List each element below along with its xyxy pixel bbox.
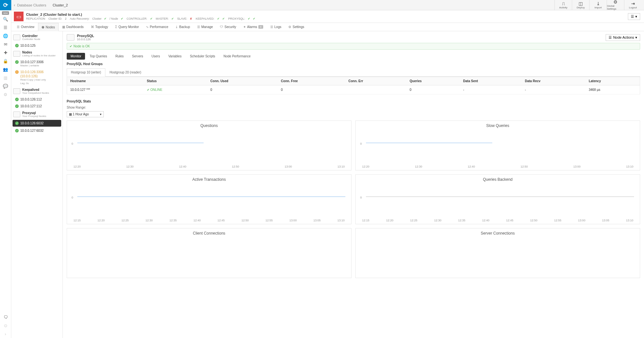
subtab-top-queries[interactable]: Top Queries — [86, 53, 111, 60]
meta-proxysql: PROXYSQL: ✔ ✔ — [228, 17, 255, 20]
tree-item-controller[interactable]: ✓10.0.0.125 — [11, 42, 62, 49]
alarms-badge: 0 — [258, 25, 263, 29]
plugin-icon[interactable]: ✚ — [0, 48, 11, 57]
settings-icon: ⚙ — [288, 25, 291, 29]
tree-item-ka1[interactable]: ✓10.0.0.126:112 — [11, 96, 62, 103]
messages-icon[interactable]: 🗨 — [0, 313, 11, 321]
security-icon: 🛡 — [220, 25, 223, 29]
search-icon[interactable]: 🔍 — [0, 15, 11, 23]
tree-item-px1-active[interactable]: ✓10.0.0.126:6032 — [13, 120, 61, 127]
tab-settings[interactable]: ⚙Settings — [285, 23, 308, 31]
tree-item-px2[interactable]: ✓10.0.0.127:6032 — [11, 127, 62, 134]
chevron-down-icon: ▾ — [100, 112, 101, 116]
tree-item-ka2[interactable]: ✓10.0.0.127:112 — [11, 103, 62, 110]
global-settings-button[interactable]: ⚙Global Settings — [607, 0, 624, 10]
cell-conn-err — [345, 85, 407, 94]
dashboards-icon: ▦ — [62, 25, 65, 29]
tree-item-master[interactable]: ✓10.0.0.127:3306Master | writable — [11, 59, 62, 69]
range-label: Show Range: — [67, 106, 640, 109]
overview-icon: ☰ — [17, 25, 20, 29]
cluster-menu-button[interactable]: ☰ ▾ — [628, 13, 640, 20]
status-dot-icon: ✓ — [15, 121, 19, 125]
envelope-icon[interactable]: ✉ — [0, 40, 11, 48]
server-icon — [13, 34, 20, 40]
globe-icon[interactable]: 🌐 — [0, 32, 11, 40]
pulse-icon: ⎍ — [562, 1, 565, 6]
node-actions-button[interactable]: ☰ Node Actions ▾ — [606, 34, 640, 41]
status-dot-icon: ! — [15, 70, 19, 74]
subtab-variables[interactable]: Variables — [164, 53, 185, 60]
breadcrumb-clusters[interactable]: Database Clusters — [17, 3, 46, 7]
tab-manage[interactable]: ☰Manage — [194, 23, 216, 31]
tab-performance[interactable]: ∿Performance — [142, 23, 172, 31]
toggle-icon[interactable]: ⊙ — [0, 321, 11, 330]
chat-icon[interactable]: 💬 — [0, 82, 11, 90]
chart-questions: Questions 0 12:2012:3012:4012:5013:0013:… — [67, 121, 351, 170]
cell-hostname: 10.0.0.127 *** — [67, 85, 144, 94]
primary-tabs: ☰Overview ⬢Nodes ▦Dashboards ⌘Topology Σ… — [11, 23, 644, 31]
hg-tab-writer[interactable]: Hostgroup 10 (writer) — [67, 68, 105, 77]
nodes-icon: ⬢ — [42, 25, 44, 29]
tab-query-monitor[interactable]: ΣQuery Monitor — [112, 23, 143, 31]
range-select[interactable]: ▦ 1 Hour Ago▾ — [67, 111, 104, 117]
table-row[interactable]: 10.0.0.127 *** ✔ ONLINE 0 0 0 - - 3468 µ… — [67, 85, 640, 94]
tab-backup[interactable]: ⤓Backup — [172, 23, 193, 31]
import-button[interactable]: ⤓Import — [589, 0, 607, 10]
logout-button[interactable]: ⇥Logout — [624, 0, 641, 10]
users-icon[interactable]: 👥 — [0, 65, 11, 73]
tab-alarms[interactable]: ✦Alarms0 — [240, 23, 267, 31]
tab-logs[interactable]: ☰Logs — [267, 23, 285, 31]
subtab-scheduler[interactable]: Scheduler Scripts — [186, 53, 219, 60]
subtab-monitor[interactable]: Monitor — [67, 53, 85, 60]
calendar-icon: ▦ — [69, 112, 72, 116]
hg-tab-reader[interactable]: Hostgroup 20 (reader) — [105, 68, 145, 76]
back-caret-icon[interactable]: ‹ — [14, 3, 15, 7]
table-header: Hostname Status Conn. Used Conn. Free Co… — [67, 77, 640, 85]
subtab-servers[interactable]: Servers — [128, 53, 147, 60]
cogs-icon: ⚙ — [613, 0, 618, 4]
perf-icon: ∿ — [146, 25, 149, 29]
calendar-icon[interactable]: ▥ — [0, 73, 11, 82]
meta-controller: CONTROLLER: ✔ — [127, 17, 153, 20]
subtab-users[interactable]: Users — [148, 53, 164, 60]
section-hostgroups-title: ProxySQL Host Groups — [67, 62, 640, 66]
check-icon: ✔ — [70, 44, 72, 48]
meta-master: MASTER: ✔ — [156, 17, 174, 20]
subtabs: Monitor Top Queries Rules Servers Users … — [67, 53, 640, 60]
list-icon: ☰ — [609, 35, 612, 40]
tab-dashboards[interactable]: ▦Dashboards — [59, 23, 87, 31]
tab-nodes[interactable]: ⬢Nodes — [38, 23, 59, 31]
list-icon[interactable]: ☰ — [0, 23, 11, 32]
chart-client-connections: Client Connections — [67, 228, 351, 278]
deploy-button[interactable]: ◫Deploy — [572, 0, 589, 10]
charts-grid: Questions 0 12:2012:3012:4012:5013:0013:… — [67, 121, 640, 278]
status-dot-icon: ✓ — [15, 129, 19, 132]
lock-icon[interactable]: 🔒 — [0, 57, 11, 65]
gear-icon[interactable]: ⚙ — [0, 90, 11, 99]
cluster-banner: ▭ Cluster_2 (Cluster failed to start.) R… — [11, 10, 644, 23]
cluster-title: Cluster_2 (Cluster failed to start.) — [26, 13, 628, 16]
tab-topology[interactable]: ⌘Topology — [87, 23, 112, 31]
th-conn-free: Conn. Free — [278, 77, 345, 85]
status-dot-icon: ✓ — [15, 60, 19, 64]
status-dot-icon: ✓ — [15, 44, 19, 47]
query-icon: Σ — [115, 25, 117, 29]
cell-latency: 3468 µs — [585, 85, 640, 94]
subtab-rules[interactable]: Rules — [111, 53, 128, 60]
activity-button[interactable]: ⎍Activity — [554, 0, 572, 10]
tree-item-slave-warn[interactable]: !10.0.0.126:3306(10.0.0.126)Read Copy | … — [11, 69, 62, 86]
server-icon — [13, 88, 20, 94]
th-data-sent: Data Sent — [460, 77, 522, 85]
brand-logo[interactable]: ⟳ — [0, 0, 11, 10]
tab-security[interactable]: 🛡Security — [216, 23, 240, 31]
tab-overview[interactable]: ☰Overview — [13, 23, 38, 31]
th-status: Status — [144, 77, 207, 85]
meta-cluster-id: Cluster ID: 2 — [48, 17, 66, 20]
chart-slow-queries: Slow Queries 0 12:2012:3012:4012:5013:00… — [355, 121, 640, 170]
new-badge: new — [2, 11, 9, 15]
th-conn-err: Conn. Err — [345, 77, 407, 85]
subtab-node-performance[interactable]: Node Performance — [220, 53, 255, 60]
tree-group-nodes: NodesListing of nodes in the cluster — [11, 49, 62, 59]
cell-status: ✔ ONLINE — [144, 85, 207, 94]
help-icon[interactable]: › — [0, 330, 11, 338]
